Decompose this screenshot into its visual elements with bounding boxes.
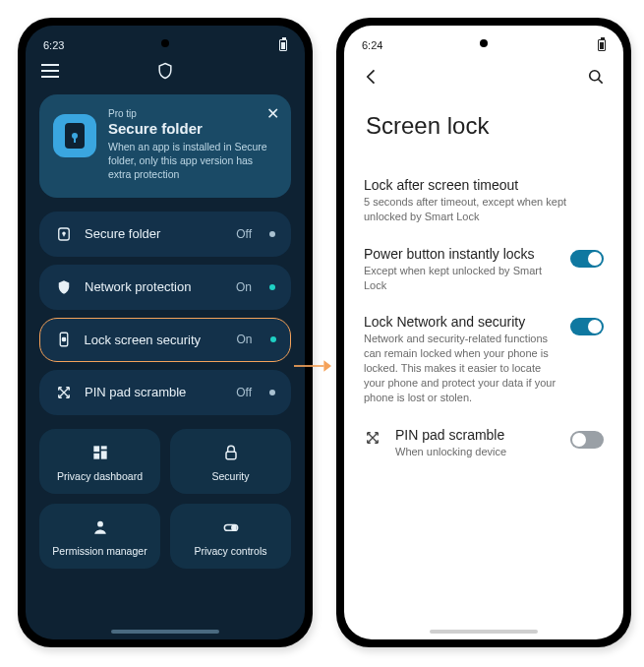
setting-status: On (236, 333, 252, 346)
setting-row-secure-folder[interactable]: Secure folderOff (39, 212, 291, 257)
svg-point-11 (231, 525, 235, 529)
battery-icon (598, 39, 606, 51)
secure-folder-hero-icon (53, 114, 96, 157)
secure-folder-icon (55, 225, 73, 243)
tile-label: Privacy dashboard (57, 470, 143, 482)
setting-status: Off (236, 227, 252, 241)
setting-title: Lock Network and security (364, 314, 556, 330)
shield-icon (155, 61, 175, 81)
setting-label: Lock screen security (85, 333, 202, 347)
setting-title: Lock after screen timeout (364, 177, 604, 193)
phone-left: 6:23 ✕ Pro tip Secure folder When an app… (18, 18, 313, 647)
svg-rect-3 (62, 338, 65, 341)
setting-subtitle: 5 seconds after timeout, except when kep… (364, 195, 604, 224)
dashboard-icon (90, 443, 110, 462)
back-icon[interactable] (362, 67, 381, 87)
svg-rect-5 (100, 446, 106, 449)
menu-icon[interactable] (41, 61, 61, 81)
setting-subtitle: Except when kept unlocked by Smart Lock (364, 264, 556, 293)
svg-point-9 (97, 520, 103, 526)
setting-lock-network-and-security[interactable]: Lock Network and securityNetwork and sec… (344, 304, 623, 416)
setting-power-button-instantly-locks[interactable]: Power button instantly locksExcept when … (344, 236, 623, 305)
lock-icon (221, 443, 241, 462)
tile-label: Security (212, 470, 250, 482)
tip-eyebrow: Pro tip (108, 108, 277, 119)
person-icon (90, 517, 110, 537)
setting-title: PIN pad scramble (395, 427, 556, 443)
quick-tiles: Privacy dashboardSecurityPermission mana… (39, 429, 291, 569)
svg-point-1 (63, 232, 65, 234)
svg-point-12 (590, 71, 600, 81)
app-topbar (344, 53, 623, 91)
tile-security[interactable]: Security (170, 429, 291, 494)
setting-row-network-protection[interactable]: Network protectionOn (39, 265, 291, 310)
security-home-screen: 6:23 ✕ Pro tip Secure folder When an app… (26, 26, 305, 639)
svg-rect-8 (226, 452, 236, 459)
status-dot-icon (269, 284, 275, 290)
toggles-icon (221, 517, 241, 537)
setting-status: Off (236, 386, 252, 399)
tip-text: Pro tip Secure folder When an app is ins… (108, 108, 277, 182)
shield-icon (55, 278, 73, 296)
setting-lock-after-screen-timeout[interactable]: Lock after screen timeout5 seconds after… (344, 167, 623, 236)
status-dot-icon (269, 390, 275, 395)
setting-subtitle: Network and security-related functions c… (364, 332, 556, 404)
setting-row-pin-pad-scramble[interactable]: PIN pad scrambleOff (39, 370, 291, 415)
tile-label: Permission manager (52, 545, 146, 557)
camera-dot (480, 39, 488, 47)
setting-label: PIN pad scramble (85, 385, 186, 399)
status-dot-icon (269, 231, 275, 237)
tile-permission-manager[interactable]: Permission manager (39, 504, 160, 569)
svg-rect-7 (93, 453, 99, 458)
setting-label: Secure folder (85, 226, 160, 241)
svg-rect-4 (93, 446, 99, 452)
scramble-icon (364, 428, 381, 446)
setting-row-lock-screen-security[interactable]: Lock screen securityOn (39, 318, 291, 362)
phone-lock-icon (55, 331, 73, 348)
app-topbar (26, 53, 305, 85)
page-title: Screen lock (366, 112, 602, 140)
screen-lock-settings-screen: 6:24 Screen lock Lock after screen timeo… (344, 26, 623, 639)
tile-privacy-controls[interactable]: Privacy controls (170, 504, 291, 569)
home-indicator[interactable] (430, 630, 538, 634)
toggle-switch[interactable] (570, 431, 604, 449)
home-indicator[interactable] (111, 630, 219, 634)
tip-description: When an app is installed in Secure folde… (108, 140, 277, 182)
status-dot-icon (270, 336, 276, 342)
toggle-switch[interactable] (570, 318, 604, 335)
close-icon[interactable]: ✕ (266, 104, 279, 123)
status-time: 6:24 (362, 39, 382, 51)
search-icon[interactable] (586, 67, 606, 87)
status-time: 6:23 (43, 39, 64, 51)
setting-title: Power button instantly locks (364, 246, 556, 262)
scramble-icon (55, 384, 73, 401)
setting-status: On (236, 280, 252, 294)
setting-pin-pad-scramble[interactable]: PIN pad scrambleWhen unlocking device (344, 417, 623, 471)
battery-icon (279, 39, 287, 51)
svg-rect-6 (100, 451, 106, 458)
tile-label: Privacy controls (194, 545, 266, 557)
camera-dot (161, 39, 169, 47)
tile-privacy-dashboard[interactable]: Privacy dashboard (39, 429, 160, 494)
setting-subtitle: When unlocking device (395, 445, 556, 459)
setting-label: Network protection (85, 279, 191, 294)
phone-right: 6:24 Screen lock Lock after screen timeo… (336, 18, 631, 647)
toggle-switch[interactable] (570, 250, 604, 268)
tip-title: Secure folder (108, 120, 277, 137)
pro-tip-card[interactable]: ✕ Pro tip Secure folder When an app is i… (39, 94, 291, 198)
